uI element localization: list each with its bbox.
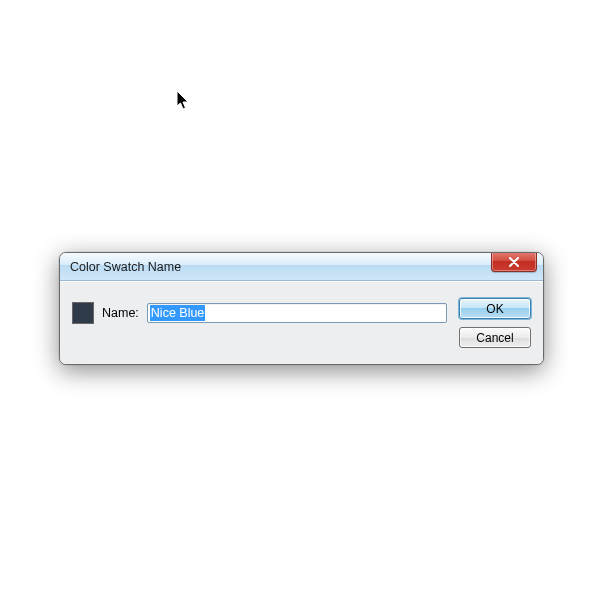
color-swatch-name-dialog: Color Swatch Name Name: Nice Blue OK Can…	[59, 252, 544, 365]
cancel-button[interactable]: Cancel	[459, 327, 531, 348]
ok-button[interactable]: OK	[459, 298, 531, 319]
name-input-value: Nice Blue	[150, 305, 206, 321]
name-input[interactable]: Nice Blue	[147, 303, 447, 323]
cursor-icon	[176, 90, 192, 115]
close-button[interactable]	[491, 252, 537, 272]
name-label: Name:	[102, 306, 139, 320]
form-row: Name: Nice Blue	[72, 296, 447, 324]
dialog-title: Color Swatch Name	[70, 260, 181, 274]
dialog-body: Name: Nice Blue OK Cancel	[60, 281, 543, 364]
button-column: OK Cancel	[459, 296, 531, 348]
close-icon	[508, 257, 520, 267]
color-swatch	[72, 302, 94, 324]
titlebar[interactable]: Color Swatch Name	[60, 253, 543, 281]
